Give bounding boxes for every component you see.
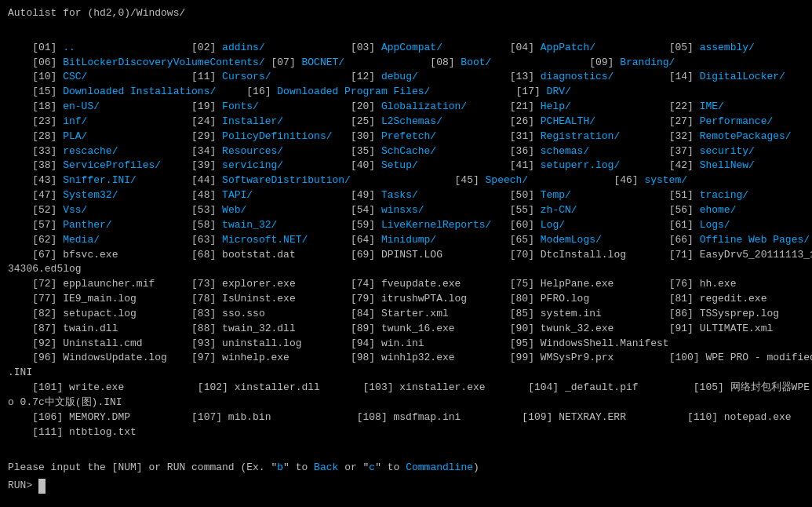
entry-17-num: [17]: [516, 86, 547, 97]
entry-94-num: [94]: [351, 337, 381, 349]
entry-01-num: [01]: [8, 42, 63, 53]
entry-35-num: [35]: [351, 145, 381, 157]
entry-75-num: [75]: [510, 278, 541, 290]
entry-101-num: [101]: [8, 381, 69, 393]
entry-13-num: [13]: [510, 71, 541, 82]
entry-wrap2: .INI: [8, 367, 32, 378]
entry-90: twunk_32.exe: [541, 323, 614, 334]
entry-104: _default.pif: [565, 381, 639, 393]
entry-83-num: [83]: [191, 308, 222, 319]
entry-39: servicing/: [222, 159, 283, 171]
entry-63: Microsoft.NET/: [222, 234, 308, 246]
entry-111: ntbtlog.txt: [69, 426, 137, 438]
entry-03: AppCompat/: [381, 42, 442, 53]
entry-98-num: [98]: [351, 352, 381, 363]
prompt-cmd-key: c: [369, 461, 375, 473]
entry-78-num: [78]: [191, 293, 222, 305]
entry-67-num: [67]: [8, 249, 63, 261]
entry-74-num: [74]: [351, 278, 381, 290]
entry-86: TSSysprep.log: [700, 308, 779, 319]
entry-87: twain.dll: [63, 323, 118, 334]
entry-68: bootstat.dat: [222, 249, 296, 261]
entry-108: msdfmap.ini: [394, 411, 461, 423]
entry-46: system/: [644, 174, 687, 186]
header-line: Autolist for (hd2,0)/Windows/: [8, 6, 804, 21]
entry-05: assembly/: [700, 42, 755, 53]
entry-101: write.exe: [69, 381, 124, 393]
header-text: Autolist for (hd2,0)/Windows/: [8, 7, 185, 19]
entry-20-num: [20]: [351, 100, 381, 112]
entry-27: Performance/: [700, 115, 774, 127]
entry-36: schemas/: [541, 145, 589, 157]
entry-70: DtcInstall.log: [541, 249, 626, 261]
entry-05-num: [05]: [669, 42, 700, 53]
entry-57-num: [57]: [8, 219, 63, 231]
entry-82-num: [82]: [8, 308, 63, 319]
entry-110-num: [110]: [687, 411, 724, 423]
entry-23-num: [23]: [8, 115, 63, 127]
entry-64: Minidump/: [381, 234, 436, 246]
entry-62: Media/: [63, 234, 100, 246]
entry-13: diagnostics/: [541, 71, 614, 82]
entry-79: itrushwPTA.log: [381, 293, 467, 305]
entry-81-num: [81]: [669, 293, 700, 305]
entry-17: DRV/: [547, 86, 571, 97]
entry-06: BitLockerDiscoveryVolumeContents/: [63, 57, 264, 68]
entry-87-num: [87]: [8, 323, 63, 334]
entry-29: PolicyDefinitions/: [222, 130, 332, 142]
cursor[interactable]: [38, 479, 46, 494]
entry-08-num: [08]: [430, 57, 461, 68]
entry-11: Cursors/: [222, 71, 271, 82]
terminal: Autolist for (hd2,0)/Windows/ [01] .. [0…: [8, 6, 804, 494]
entry-21-num: [21]: [510, 100, 541, 112]
prompt-text-static6: ): [473, 461, 479, 473]
entry-73: explorer.exe: [222, 278, 296, 290]
entry-50-num: [50]: [510, 189, 541, 201]
entry-93: uninstall.log: [222, 337, 301, 349]
prompt-cmd-label: Commandline: [406, 461, 473, 473]
prompt-area: Please input the [NUM] or RUN command (E…: [8, 461, 804, 476]
run-prompt-line: RUN>: [8, 479, 804, 494]
entry-65-num: [65]: [510, 234, 541, 246]
entry-53-num: [53]: [191, 204, 222, 216]
entry-80: PFRO.log: [541, 293, 589, 305]
entry-109: NETXRAY.ERR: [559, 411, 626, 423]
entry-98: winhlp32.exe: [381, 352, 455, 363]
entry-106: MEMORY.DMP: [69, 411, 130, 423]
entry-80-num: [80]: [510, 293, 541, 305]
entry-89-num: [89]: [351, 323, 381, 334]
entry-95-num: [95]: [510, 337, 541, 349]
entry-61: Logs/: [700, 219, 730, 231]
entry-67: bfsvc.exe: [63, 249, 118, 261]
entry-14-num: [14]: [669, 71, 700, 82]
entry-27-num: [27]: [669, 115, 700, 127]
entry-43-num: [43]: [8, 174, 63, 186]
entry-33: rescache/: [63, 145, 118, 157]
entry-30: Prefetch/: [381, 130, 436, 142]
prompt-back-label: Back: [314, 461, 338, 473]
entry-72-num: [72]: [8, 278, 63, 290]
entry-59: LiveKernelReports/: [381, 219, 491, 231]
entry-51: tracing/: [700, 189, 748, 201]
entry-38-num: [38]: [8, 159, 63, 171]
entry-88-num: [88]: [191, 323, 222, 334]
entry-105: 网络封包利器WPE Pr: [730, 381, 812, 393]
entry-107-num: [107]: [191, 411, 228, 423]
entry-06-num: [06]: [8, 57, 63, 68]
entry-19-num: [19]: [191, 100, 222, 112]
entry-48: TAPI/: [222, 189, 253, 201]
entry-49-num: [49]: [351, 189, 381, 201]
entry-82: setupact.log: [63, 308, 137, 319]
entry-60: Log/: [541, 219, 565, 231]
entry-85-num: [85]: [510, 308, 541, 319]
entry-69: DPINST.LOG: [381, 249, 442, 261]
entry-16-num: [16]: [246, 86, 277, 97]
prompt-text-static3: " to: [283, 461, 314, 473]
entry-24: Installer/: [222, 115, 283, 127]
entry-90-num: [90]: [510, 323, 541, 334]
entry-23: inf/: [63, 115, 87, 127]
prompt-text-static2: ] or RUN command (Ex. ": [137, 461, 277, 473]
entry-38: ServiceProfiles/: [63, 159, 161, 171]
entry-75: HelpPane.exe: [541, 278, 614, 290]
entry-18-num: [18]: [8, 100, 63, 112]
